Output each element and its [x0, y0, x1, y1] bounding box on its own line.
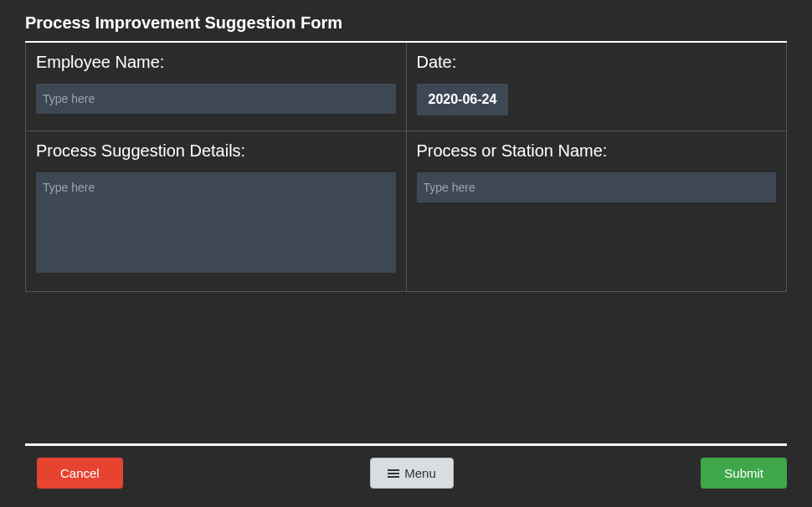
page-title: Process Improvement Suggestion Form	[25, 0, 787, 41]
spacer	[25, 292, 787, 443]
hamburger-icon	[388, 469, 399, 478]
details-cell: Process Suggestion Details:	[26, 131, 407, 292]
menu-button-label: Menu	[404, 466, 436, 480]
process-name-label: Process or Station Name:	[417, 141, 777, 161]
process-name-cell: Process or Station Name:	[407, 131, 788, 292]
form-grid: Employee Name: Date: 2020-06-24 Process …	[25, 43, 787, 292]
date-value[interactable]: 2020-06-24	[417, 84, 509, 115]
date-cell: Date: 2020-06-24	[407, 43, 788, 131]
cancel-button[interactable]: Cancel	[37, 458, 123, 489]
menu-button[interactable]: Menu	[370, 458, 454, 489]
employee-name-input[interactable]	[36, 84, 396, 114]
employee-name-label: Employee Name:	[36, 53, 396, 72]
details-input[interactable]	[36, 172, 396, 273]
footer: Cancel Menu Submit	[25, 446, 787, 507]
employee-name-cell: Employee Name:	[26, 43, 407, 131]
details-label: Process Suggestion Details:	[36, 141, 396, 161]
process-name-input[interactable]	[417, 172, 777, 202]
submit-button[interactable]: Submit	[701, 458, 787, 489]
date-label: Date:	[417, 53, 777, 72]
